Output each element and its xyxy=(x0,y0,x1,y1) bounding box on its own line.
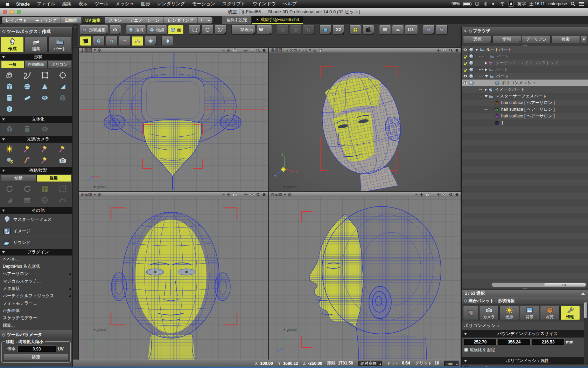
plugin-depthplus[interactable]: DepthPlus 焦点形状 xyxy=(0,263,72,270)
orbit-eye-icon[interactable] xyxy=(443,48,447,52)
menu-window[interactable]: ウインドウ xyxy=(249,1,280,7)
aspect-lock-row[interactable]: 縦横比を固定 xyxy=(462,346,588,354)
eye-icon[interactable] xyxy=(463,74,469,79)
eye-icon[interactable] xyxy=(463,67,469,72)
move-vertex-button[interactable] xyxy=(119,36,131,46)
select-ball-icon[interactable] xyxy=(469,54,474,59)
tab-animation[interactable]: アニメーション xyxy=(126,17,164,23)
edge-mode-button[interactable]: 稜線 xyxy=(147,25,167,35)
wifi-icon[interactable] xyxy=(500,1,505,6)
tree-item[interactable]: パート xyxy=(462,73,588,80)
move-view-icon[interactable] xyxy=(437,193,441,197)
shading-sphere-icon[interactable] xyxy=(262,193,266,197)
global-coords-label[interactable]: global xyxy=(93,327,106,332)
eye-icon[interactable] xyxy=(463,61,469,66)
world-coords-button[interactable] xyxy=(320,25,331,35)
preview-sphere-button[interactable] xyxy=(161,36,173,46)
plugin-magicalsketch[interactable]: マジカルスケッチ... xyxy=(0,278,72,285)
tab-quadview[interactable]: 四面図 xyxy=(61,17,82,23)
menu-help[interactable]: ヘルプ xyxy=(279,1,300,7)
global-coords-label[interactable]: global xyxy=(284,185,296,189)
apple-logo-icon[interactable] xyxy=(5,1,10,7)
tree-item[interactable]: hair surface [ ヘアーサロン ] xyxy=(462,100,588,106)
mesh-cross-button[interactable] xyxy=(106,36,118,46)
tree-item[interactable]: パート xyxy=(462,66,588,73)
tool-params-header[interactable]: ◇ ツールパラメータ xyxy=(0,330,72,339)
browser-boolean-button[interactable]: ブーリアン xyxy=(522,36,551,43)
menu-file[interactable]: ファイル xyxy=(33,1,59,7)
four-view-button[interactable] xyxy=(349,25,361,35)
grid-settings-button[interactable] xyxy=(362,25,374,35)
tool-capsule[interactable] xyxy=(19,92,36,103)
browser-select-button[interactable]: 選択 xyxy=(463,36,492,43)
viewport-top[interactable]: 上面図 − global xyxy=(79,48,268,191)
bbox-x-input[interactable]: 252.70 xyxy=(464,339,496,345)
shading-sphere-icon[interactable] xyxy=(455,48,459,52)
soft-select-button[interactable] xyxy=(145,36,156,46)
tab-layout[interactable]: レイアウト xyxy=(2,17,31,23)
minimize-view-icon[interactable]: − xyxy=(223,48,225,52)
section-other[interactable]: その他 xyxy=(0,207,72,214)
viewport-right[interactable]: Y 右面図 − global xyxy=(269,192,461,360)
viewport-front-header[interactable]: 正面図 − xyxy=(79,192,268,197)
menu-view[interactable]: 表示 xyxy=(75,1,91,7)
chevron-down-icon[interactable] xyxy=(284,194,286,196)
orbit-eye-icon[interactable] xyxy=(250,192,254,197)
select-ball-icon[interactable] xyxy=(469,61,474,65)
shape-tab-polygon[interactable]: ポリゴン xyxy=(48,61,71,68)
time-machine-icon[interactable] xyxy=(475,1,479,6)
pan-icon[interactable] xyxy=(227,48,231,52)
snap-grid-button[interactable] xyxy=(80,36,92,46)
plugin-particlephysics[interactable]: パーティクルフィジックス xyxy=(0,292,72,300)
chevron-down-icon[interactable] xyxy=(94,49,96,51)
confirm-button[interactable]: 確定 xyxy=(4,354,68,360)
bbox-y-input[interactable]: 356.24 xyxy=(498,339,530,345)
notification-center-icon[interactable] xyxy=(579,1,584,6)
plugin-hairsalon[interactable]: ヘアーサロン xyxy=(0,270,72,278)
plugin-sketchmodeler[interactable]: スケッチモデラー ... xyxy=(0,314,72,322)
tool-wedge[interactable] xyxy=(54,81,72,92)
browser-info-button[interactable]: 情報 xyxy=(492,36,521,43)
move-view-icon[interactable] xyxy=(244,48,248,52)
tool-rectangle[interactable] xyxy=(36,70,54,81)
plugin-metashape[interactable]: メタ形状 xyxy=(0,285,72,292)
viewport-front[interactable]: Y 正面図 − global xyxy=(79,192,268,360)
plugin-photomodeler[interactable]: フォトモデラー ... xyxy=(0,300,72,307)
rotate-tool-button[interactable] xyxy=(202,25,214,35)
tool-camera[interactable] xyxy=(54,155,72,166)
move-tab[interactable]: 移動 xyxy=(1,175,36,182)
palette-scrollbar[interactable] xyxy=(584,301,588,364)
ime-mode-label[interactable]: 英字 xyxy=(517,1,526,7)
window-titlebar[interactable]: 成型手術Final66 — Shade 3D Professional ver.… xyxy=(0,8,588,16)
add-workspace-button[interactable]: + xyxy=(198,17,205,23)
plugin-spiral[interactable]: 螺旋... xyxy=(0,322,72,329)
menu-motion[interactable]: モーション xyxy=(189,1,219,7)
image-item[interactable]: イメージ xyxy=(0,225,72,237)
select-ball-icon[interactable] xyxy=(469,74,474,79)
tree-item[interactable]: イメージパート xyxy=(462,86,588,93)
camera-icon[interactable] xyxy=(233,48,237,52)
select-ball-icon[interactable] xyxy=(469,47,474,52)
splitter-grip[interactable] xyxy=(462,44,588,46)
battery-icon[interactable] xyxy=(463,2,471,6)
shape-tab-general[interactable]: 一般 xyxy=(1,61,24,68)
zoom-icon[interactable] xyxy=(256,48,260,52)
camera-tab[interactable]: カメラ xyxy=(479,306,499,320)
tree-item[interactable]: ルートパート xyxy=(462,46,588,53)
tab-rendering[interactable]: レンダリング xyxy=(164,17,198,23)
orbit-eye-icon[interactable] xyxy=(250,48,254,52)
menu-tools[interactable]: ツール xyxy=(91,1,112,7)
tool-ambient-light[interactable] xyxy=(1,155,19,166)
mesh-edit-a-button[interactable] xyxy=(423,25,435,35)
toolbox-header[interactable]: ◇ ツールボックス : 作成 xyxy=(0,27,72,36)
target-icon[interactable] xyxy=(98,48,102,52)
tab-uv-edit[interactable]: UV 編集 xyxy=(82,17,105,23)
tool-sphere[interactable] xyxy=(19,81,36,92)
panel-collapse-icon[interactable]: » xyxy=(464,29,467,34)
tree-item[interactable]: パート xyxy=(462,53,588,60)
menubar-username[interactable]: enterprise xyxy=(548,1,567,6)
collapse-up-icon[interactable] xyxy=(581,292,585,295)
zoom-icon[interactable] xyxy=(449,48,453,52)
marquee-select-button[interactable] xyxy=(189,25,201,35)
expand-icon[interactable] xyxy=(475,49,478,51)
